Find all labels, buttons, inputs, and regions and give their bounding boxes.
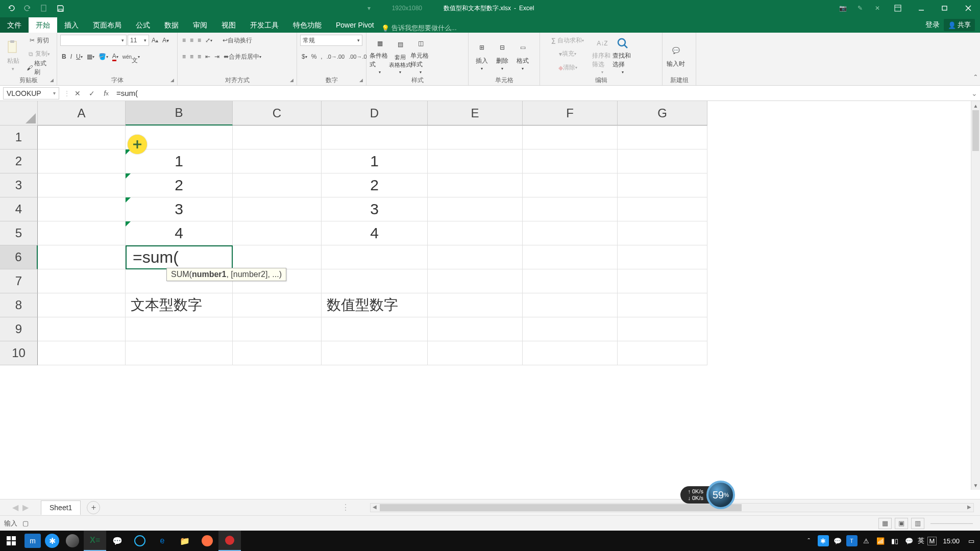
cell-D2[interactable]: 1 xyxy=(322,149,428,173)
cell-E10[interactable] xyxy=(428,341,523,365)
taskbar-browser-1[interactable] xyxy=(129,531,151,551)
share-button[interactable]: 👤共享 xyxy=(944,19,975,31)
enter-formula-icon[interactable]: ✓ xyxy=(85,87,99,99)
align-middle-icon[interactable]: ≡ xyxy=(188,35,195,46)
copy-button[interactable]: ⧉ 复制▾ xyxy=(25,48,54,60)
cell-A9[interactable] xyxy=(38,317,126,341)
scroll-up-icon[interactable]: ▲ xyxy=(971,101,980,110)
cell-C3[interactable] xyxy=(233,173,322,197)
macro-record-icon[interactable]: ▢ xyxy=(22,519,29,527)
taskbar-app-2[interactable]: ✱ xyxy=(45,534,59,548)
cell-A4[interactable] xyxy=(38,197,126,221)
wrap-text-button[interactable]: ↩ 自动换行 xyxy=(221,35,254,46)
new-group-button[interactable]: 💬输入时 xyxy=(666,34,686,74)
indent-dec-icon[interactable]: ⇤ xyxy=(204,51,212,62)
taskbar-explorer[interactable]: 📁 xyxy=(174,531,196,551)
insert-cells-button[interactable]: ⊞插入▾ xyxy=(472,34,492,74)
fx-icon[interactable]: fx xyxy=(99,87,113,99)
tray-app-1[interactable]: ✱ xyxy=(818,535,829,546)
col-head-F[interactable]: F xyxy=(523,101,618,126)
row-head-1[interactable]: 1 xyxy=(0,126,38,149)
cell-C6[interactable] xyxy=(233,245,322,269)
cell-D3[interactable]: 2 xyxy=(322,173,428,197)
cell-B8[interactable]: 文本型数字 xyxy=(126,293,233,317)
ribbon-options-icon[interactable] xyxy=(886,0,910,16)
login-link[interactable]: 登录 xyxy=(925,20,940,30)
tab-dev[interactable]: 开发工具 xyxy=(243,17,286,33)
cond-format-button[interactable]: ▦条件格式▾ xyxy=(370,34,390,74)
tray-wifi-icon[interactable]: ⚠ xyxy=(861,535,872,546)
sheet-nav-prev-icon[interactable]: ◀ xyxy=(12,503,18,512)
decrease-decimal-icon[interactable]: .00→.0 xyxy=(347,51,368,62)
indent-inc-icon[interactable]: ⇥ xyxy=(213,51,221,62)
cell-F10[interactable] xyxy=(523,341,618,365)
cell-F7[interactable] xyxy=(523,269,618,293)
cell-C5[interactable] xyxy=(233,221,322,245)
expand-formula-icon[interactable]: ⌄ xyxy=(969,89,980,97)
increase-decimal-icon[interactable]: .0→.00 xyxy=(325,51,346,62)
cell-G4[interactable] xyxy=(618,197,707,221)
cell-G8[interactable] xyxy=(618,293,707,317)
taskbar-clock[interactable]: 15:00 xyxy=(943,537,960,545)
close-icon[interactable] xyxy=(957,0,980,16)
col-head-E[interactable]: E xyxy=(428,101,523,126)
cell-C9[interactable] xyxy=(233,317,322,341)
name-box[interactable]: VLOOKUP▾ xyxy=(3,87,59,99)
cancel-formula-icon[interactable]: ✕ xyxy=(70,87,85,99)
redo-icon[interactable] xyxy=(20,2,35,14)
cell-B10[interactable] xyxy=(126,341,233,365)
cell-C1[interactable] xyxy=(233,126,322,149)
cell-A5[interactable] xyxy=(38,221,126,245)
cell-G2[interactable] xyxy=(618,149,707,173)
cell-E4[interactable] xyxy=(428,197,523,221)
cell-D7[interactable] xyxy=(322,269,428,293)
select-all-button[interactable] xyxy=(0,101,38,126)
fill-button[interactable]: ▾ 填充▾ xyxy=(543,48,592,60)
clipboard-launcher-icon[interactable]: ◢ xyxy=(48,77,55,84)
tab-special[interactable]: 特色功能 xyxy=(286,17,329,33)
cell-E2[interactable] xyxy=(428,149,523,173)
cell-D9[interactable] xyxy=(322,317,428,341)
action-center-icon[interactable]: ▭ xyxy=(966,535,977,546)
view-page-icon[interactable]: ▣ xyxy=(895,518,908,529)
font-color-button[interactable]: A▾ xyxy=(111,51,120,62)
align-right-icon[interactable]: ≡ xyxy=(196,51,203,62)
col-head-C[interactable]: C xyxy=(233,101,322,126)
tab-pivot[interactable]: Power Pivot xyxy=(329,17,381,33)
bold-button[interactable]: B xyxy=(60,51,68,62)
tell-me[interactable]: 💡告诉我您想要做什么... xyxy=(381,23,467,33)
find-select-button[interactable]: 查找和选择▾ xyxy=(612,34,633,74)
taskbar-record[interactable] xyxy=(218,531,241,551)
align-center-icon[interactable]: ≡ xyxy=(188,51,195,62)
cell-G5[interactable] xyxy=(618,221,707,245)
phonetic-button[interactable]: wén文▾ xyxy=(121,51,141,62)
sheet-tab[interactable]: Sheet1 xyxy=(41,500,81,515)
row-head-6[interactable]: 6 xyxy=(0,245,38,269)
sort-filter-button[interactable]: A↓Z排序和筛选▾ xyxy=(592,34,612,74)
tray-app-2[interactable]: T xyxy=(846,535,857,546)
cell-D5[interactable]: 4 xyxy=(322,221,428,245)
maximize-icon[interactable] xyxy=(933,0,957,16)
shrink-font-icon[interactable]: A▾ xyxy=(161,35,170,46)
sheet-nav-next-icon[interactable]: ▶ xyxy=(22,503,29,512)
cell-A6[interactable] xyxy=(38,245,126,269)
network-widget[interactable]: ↑ 0K/s ↓ 0K/s 59% xyxy=(680,481,735,509)
cell-F2[interactable] xyxy=(523,149,618,173)
tray-wechat2-icon[interactable]: 💬 xyxy=(903,535,915,546)
merge-button[interactable]: ⬌ 合并后居中▾ xyxy=(222,51,263,62)
cell-G10[interactable] xyxy=(618,341,707,365)
row-head-10[interactable]: 10 xyxy=(0,341,38,365)
ime-lang[interactable]: 英 xyxy=(918,536,924,545)
cell-G1[interactable] xyxy=(618,126,707,149)
row-head-9[interactable]: 9 xyxy=(0,317,38,341)
cut-button[interactable]: ✂ 剪切 xyxy=(25,35,54,46)
cell-G9[interactable] xyxy=(618,317,707,341)
tray-battery-icon[interactable]: ▮▯ xyxy=(889,535,900,546)
cell-E1[interactable] xyxy=(428,126,523,149)
col-head-G[interactable]: G xyxy=(618,101,707,126)
orientation-icon[interactable]: ⤢▾ xyxy=(204,35,214,46)
cell-F9[interactable] xyxy=(523,317,618,341)
cell-G6[interactable] xyxy=(618,245,707,269)
scroll-left-icon[interactable]: ◀ xyxy=(373,504,377,510)
vscroll-thumb[interactable] xyxy=(972,110,979,151)
